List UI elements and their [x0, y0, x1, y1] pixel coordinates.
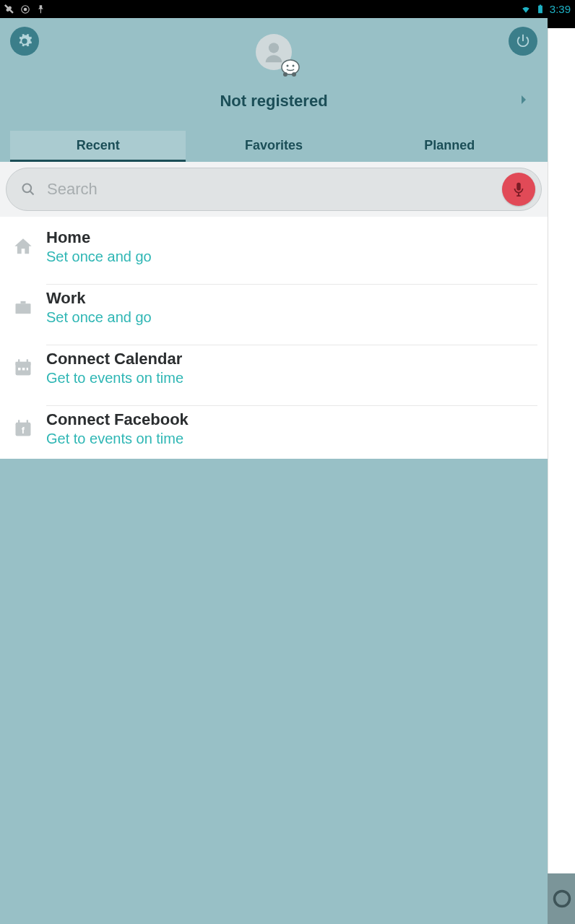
- profile-title: Not registered: [220, 92, 327, 111]
- power-icon: [515, 33, 531, 49]
- item-subtitle: Set once and go: [46, 309, 537, 326]
- calendar-icon: [13, 358, 33, 378]
- svg-point-22: [555, 891, 570, 907]
- background-sliver: [548, 18, 575, 924]
- item-title: Connect Calendar: [46, 350, 537, 368]
- briefcase-icon: [13, 297, 33, 317]
- tabs: Recent Favorites Planned: [10, 131, 537, 162]
- list-item-home[interactable]: Home Set once and go: [0, 217, 548, 277]
- svg-rect-15: [18, 368, 21, 371]
- svg-point-8: [23, 184, 32, 193]
- pin-icon: [36, 4, 46, 14]
- list-item-work[interactable]: Work Set once and go: [0, 277, 548, 337]
- svg-rect-17: [27, 368, 28, 371]
- microphone-icon: [511, 181, 527, 197]
- status-clock: 3:39: [550, 3, 571, 15]
- tab-recent[interactable]: Recent: [10, 131, 186, 162]
- item-subtitle: Get to events on time: [46, 431, 537, 447]
- home-icon: [13, 237, 33, 257]
- search-icon: [21, 182, 35, 197]
- svg-point-2: [269, 43, 279, 53]
- svg-text:f: f: [22, 425, 25, 436]
- battery-icon: [535, 4, 545, 14]
- settings-button[interactable]: [10, 27, 39, 56]
- svg-point-3: [282, 60, 299, 74]
- destination-list: Home Set once and go Work Set once and g…: [0, 217, 548, 459]
- svg-rect-12: [16, 362, 31, 366]
- svg-point-7: [292, 72, 296, 77]
- search-bar[interactable]: [6, 168, 542, 211]
- item-title: Connect Facebook: [46, 410, 537, 429]
- svg-rect-10: [16, 303, 31, 314]
- tab-favorites[interactable]: Favorites: [186, 131, 361, 162]
- status-bar: 3:39: [0, 0, 575, 18]
- list-item-calendar[interactable]: Connect Calendar Get to events on time: [0, 337, 548, 398]
- chevron-right-icon: [517, 93, 530, 106]
- svg-rect-20: [27, 420, 28, 424]
- background-sliver-top: [548, 18, 575, 28]
- svg-point-4: [287, 65, 289, 67]
- svg-point-5: [293, 65, 295, 67]
- list-item-facebook[interactable]: f Connect Facebook Get to events on time: [0, 398, 548, 459]
- wifi-icon: [521, 4, 531, 14]
- wrench-icon: [4, 4, 14, 14]
- app-shell: Not registered Recent Favorites Planned …: [0, 18, 548, 924]
- waze-badge-icon: [279, 59, 301, 77]
- facebook-calendar-icon: f: [13, 418, 33, 439]
- svg-rect-14: [27, 359, 28, 363]
- tab-planned[interactable]: Planned: [362, 131, 537, 162]
- search-region: [0, 162, 548, 217]
- svg-rect-13: [18, 359, 20, 363]
- svg-rect-16: [22, 368, 25, 371]
- gear-icon: [17, 33, 33, 49]
- location-icon: [20, 4, 30, 14]
- item-subtitle: Set once and go: [46, 249, 537, 265]
- background-sliver-bottom: [548, 873, 575, 924]
- item-title: Work: [46, 289, 537, 308]
- search-input[interactable]: [47, 180, 502, 199]
- item-title: Home: [46, 228, 537, 247]
- item-subtitle: Get to events on time: [46, 370, 537, 387]
- svg-rect-19: [18, 420, 20, 424]
- partial-icon: [552, 889, 572, 909]
- svg-point-6: [283, 72, 288, 77]
- svg-point-0: [24, 7, 27, 11]
- profile-chevron[interactable]: [517, 93, 530, 109]
- voice-search-button[interactable]: [502, 173, 535, 206]
- header: Not registered Recent Favorites Planned: [0, 18, 548, 162]
- profile-area[interactable]: Not registered: [10, 34, 537, 111]
- power-button[interactable]: [509, 27, 537, 56]
- svg-rect-9: [516, 183, 521, 191]
